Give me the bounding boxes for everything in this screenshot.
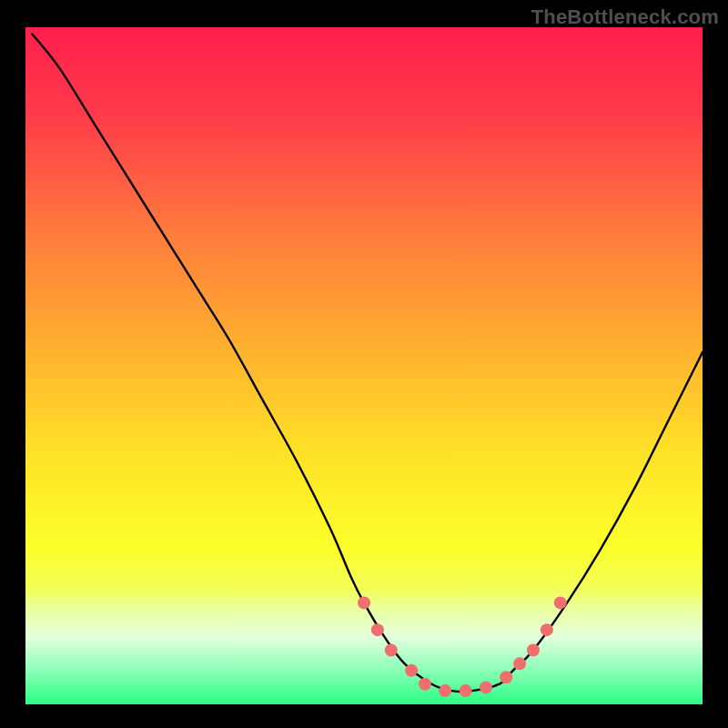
highlight-point <box>480 681 492 693</box>
highlight-point <box>419 678 431 691</box>
highlight-point <box>358 596 370 609</box>
highlight-point <box>527 643 540 656</box>
plot-area <box>25 27 703 704</box>
highlight-point <box>405 664 418 677</box>
watermark-text: TheBottleneck.com <box>531 5 719 29</box>
highlight-point <box>385 643 398 656</box>
highlight-point <box>554 596 567 609</box>
highlight-point <box>371 623 384 636</box>
highlight-point <box>500 671 512 683</box>
highlight-point <box>513 657 526 670</box>
chart-frame: TheBottleneck.com <box>0 0 728 728</box>
highlight-point <box>460 684 472 697</box>
bottleneck-chart <box>25 27 703 704</box>
highlight-point <box>541 623 553 636</box>
highlight-point <box>439 684 451 697</box>
